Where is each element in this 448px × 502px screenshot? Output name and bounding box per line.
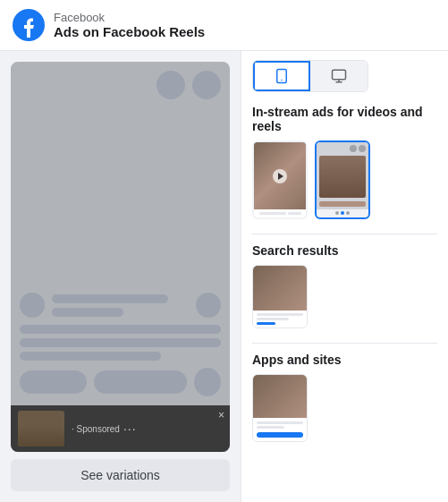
circle-icon-placeholder (194, 368, 221, 396)
line-group-1 (52, 294, 189, 317)
ad-overlay: · Sponsored ··· × (11, 405, 230, 452)
ad-close-button[interactable]: × (218, 409, 224, 421)
header: Facebook Ads on Facebook Reels (0, 0, 448, 51)
circle-decoration-1 (156, 71, 185, 99)
see-variations-button[interactable]: See variations (11, 459, 230, 491)
apps-section: Apps and sites (252, 353, 437, 442)
instream-section-title: In-stream ads for videos and reels (252, 105, 437, 133)
instream-section: In-stream ads for videos and reels (252, 105, 437, 219)
placement-card-portrait[interactable] (315, 140, 370, 219)
text-line-full-1 (20, 325, 221, 334)
landscape-image (254, 142, 306, 209)
avatar-placeholder-1 (20, 293, 45, 318)
header-text: Facebook Ads on Facebook Reels (54, 11, 205, 39)
search-section: Search results (252, 243, 437, 328)
svg-rect-3 (333, 70, 346, 80)
apps-placement-card[interactable] (252, 374, 308, 442)
page-title: Ads on Facebook Reels (54, 24, 205, 39)
ad-sponsored-label: · Sponsored ··· (72, 421, 223, 436)
text-line-full-2 (20, 338, 221, 347)
instream-placement-cards (252, 140, 437, 219)
apps-card-thumbnail (253, 375, 307, 418)
pills-row (20, 368, 221, 396)
portrait-thumb (317, 142, 368, 209)
ad-thumbnail (18, 411, 64, 447)
divider-2 (252, 343, 437, 344)
pill-2 (94, 370, 187, 394)
placement-card-landscape[interactable] (252, 140, 308, 219)
apps-cta-bar (257, 432, 303, 438)
mobile-view-tab[interactable] (253, 61, 310, 91)
apps-section-title: Apps and sites (252, 353, 437, 367)
search-card-thumbnail (253, 266, 307, 311)
text-line-1 (52, 294, 168, 303)
right-panel: In-stream ads for videos and reels (241, 51, 448, 502)
content-row-1 (20, 293, 221, 318)
landscape-thumb (254, 142, 306, 209)
svg-point-2 (281, 80, 283, 81)
divider-1 (252, 234, 437, 234)
platform-name: Facebook (54, 11, 205, 24)
search-card-bottom (253, 311, 307, 328)
search-placement-card[interactable] (252, 265, 308, 328)
text-line-partial (20, 352, 161, 361)
circle-decoration-2 (192, 71, 221, 99)
phone-top-decoration (11, 62, 230, 99)
portrait-card-dots (317, 209, 368, 216)
phone-mockup: · Sponsored ··· × (11, 62, 230, 452)
desktop-view-tab[interactable] (310, 61, 368, 91)
apps-card-bottom (253, 418, 307, 441)
icon-placeholder-1 (196, 293, 221, 318)
main-content: · Sponsored ··· × See variations (0, 51, 448, 502)
play-icon (273, 169, 287, 183)
landscape-label (254, 209, 306, 217)
mini-person-image (319, 156, 366, 198)
apps-placement-cards (252, 374, 437, 442)
search-section-title: Search results (252, 243, 437, 258)
text-lines-group (20, 325, 221, 361)
left-panel: · Sponsored ··· × See variations (0, 51, 241, 502)
ad-menu-dots[interactable]: ··· (123, 421, 137, 436)
text-line-2 (52, 308, 123, 317)
ad-info: · Sponsored ··· (72, 421, 223, 436)
phone-content-area (11, 99, 230, 405)
pill-1 (20, 370, 87, 394)
portrait-inner (317, 142, 368, 209)
facebook-logo (13, 9, 45, 41)
view-tab-switcher (252, 60, 368, 92)
search-placement-cards (252, 265, 437, 328)
